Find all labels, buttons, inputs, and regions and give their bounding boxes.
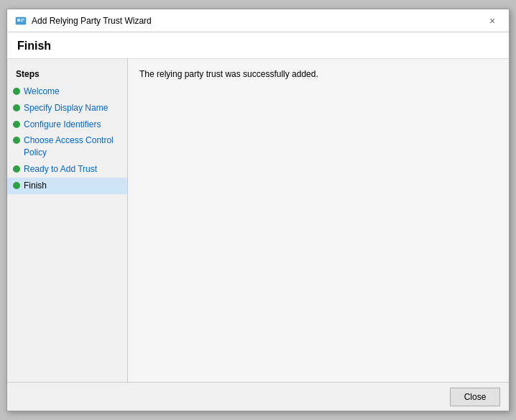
page-header: Finish bbox=[7, 32, 509, 59]
close-button[interactable]: Close bbox=[450, 388, 500, 406]
sidebar-item-configure-identifiers[interactable]: Configure Identifiers bbox=[7, 117, 127, 133]
step-dot-choose-access-control-policy bbox=[13, 137, 20, 144]
sidebar-section-title: Steps bbox=[7, 66, 127, 83]
main-panel: The relying party trust was successfully… bbox=[128, 59, 509, 382]
page-title: Finish bbox=[17, 40, 499, 52]
step-dot-ready-to-add-trust bbox=[13, 165, 20, 173]
success-message: The relying party trust was successfully… bbox=[139, 69, 497, 79]
step-dot-welcome bbox=[13, 88, 20, 95]
sidebar-item-choose-access-control-policy[interactable]: Choose Access Control Policy bbox=[7, 132, 127, 161]
step-dot-finish bbox=[13, 182, 20, 189]
sidebar-item-label-welcome: Welcome bbox=[24, 86, 60, 98]
sidebar-item-welcome[interactable]: Welcome bbox=[7, 83, 127, 100]
sidebar-item-ready-to-add-trust[interactable]: Ready to Add Trust bbox=[7, 161, 127, 178]
sidebar-item-specify-display-name[interactable]: Specify Display Name bbox=[7, 100, 127, 117]
content-area: Steps Welcome Specify Display Name Confi… bbox=[7, 59, 509, 382]
step-dot-configure-identifiers bbox=[13, 121, 20, 128]
sidebar: Steps Welcome Specify Display Name Confi… bbox=[7, 59, 128, 382]
sidebar-item-label-ready-to-add-trust: Ready to Add Trust bbox=[24, 163, 97, 175]
title-bar: Add Relying Party Trust Wizard × bbox=[7, 9, 509, 32]
footer: Close bbox=[7, 382, 509, 411]
sidebar-item-label-choose-access-control-policy: Choose Access Control Policy bbox=[24, 134, 120, 159]
sidebar-item-label-specify-display-name: Specify Display Name bbox=[24, 102, 108, 114]
svg-rect-3 bbox=[21, 20, 23, 22]
sidebar-item-label-finish: Finish bbox=[24, 180, 47, 192]
svg-rect-1 bbox=[17, 19, 20, 22]
close-window-button[interactable]: × bbox=[483, 14, 502, 28]
sidebar-item-label-configure-identifiers: Configure Identifiers bbox=[24, 119, 101, 131]
step-dot-specify-display-name bbox=[13, 104, 20, 111]
wizard-window: Add Relying Party Trust Wizard × Finish … bbox=[6, 9, 510, 411]
svg-rect-2 bbox=[21, 19, 24, 20]
sidebar-item-finish[interactable]: Finish bbox=[7, 178, 127, 194]
title-bar-left: Add Relying Party Trust Wizard bbox=[14, 14, 152, 27]
title-text: Add Relying Party Trust Wizard bbox=[32, 16, 152, 26]
wizard-icon bbox=[14, 14, 27, 27]
